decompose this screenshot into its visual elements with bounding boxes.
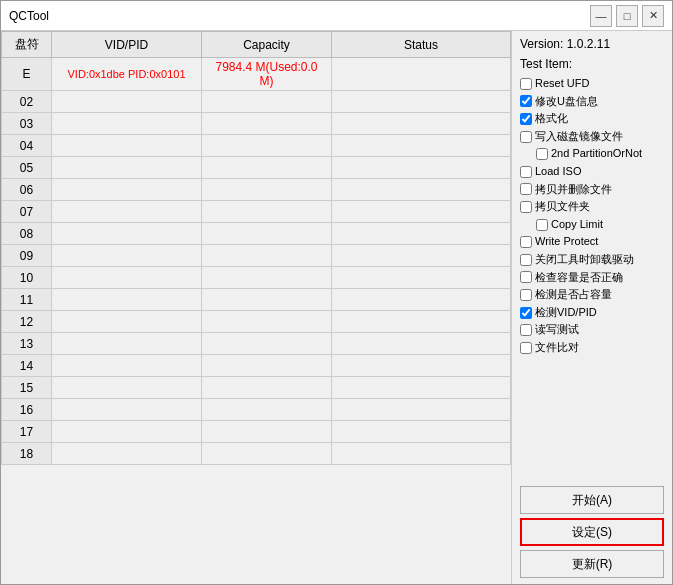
left-panel: 盘符 VID/PID Capacity Status EVID:0x1dbe P… <box>1 31 512 584</box>
cell-capacity <box>202 377 332 399</box>
checkbox-label: 关闭工具时卸载驱动 <box>535 251 634 269</box>
col-header-vidpid: VID/PID <box>52 32 202 58</box>
checkbox-label: 文件比对 <box>535 339 579 357</box>
table-row: 06 <box>2 179 511 201</box>
checkbox-item: 2nd PartitionOrNot <box>520 145 664 163</box>
table-row: EVID:0x1dbe PID:0x01017984.4 M(Used:0.0 … <box>2 58 511 91</box>
cell-symbol: 14 <box>2 355 52 377</box>
checkbox-input[interactable] <box>520 307 532 319</box>
cell-status <box>332 289 511 311</box>
checkbox-input[interactable] <box>520 166 532 178</box>
cell-vidpid <box>52 443 202 465</box>
table-row: 15 <box>2 377 511 399</box>
cell-vidpid <box>52 223 202 245</box>
cell-symbol: 09 <box>2 245 52 267</box>
cell-status <box>332 267 511 289</box>
settings-button[interactable]: 设定(S) <box>520 518 664 546</box>
checkbox-input[interactable] <box>520 78 532 90</box>
cell-status <box>332 223 511 245</box>
cell-status <box>332 58 511 91</box>
checkboxes-container: Reset UFD修改U盘信息格式化写入磁盘镜像文件2nd PartitionO… <box>520 75 664 357</box>
table-row: 02 <box>2 91 511 113</box>
checkbox-input[interactable] <box>520 289 532 301</box>
col-header-capacity: Capacity <box>202 32 332 58</box>
cell-vidpid <box>52 355 202 377</box>
checkbox-input[interactable] <box>520 271 532 283</box>
cell-symbol: 13 <box>2 333 52 355</box>
checkbox-label: 格式化 <box>535 110 568 128</box>
test-item-label: Test Item: <box>520 57 664 71</box>
checkbox-item: 关闭工具时卸载驱动 <box>520 251 664 269</box>
cell-symbol: 12 <box>2 311 52 333</box>
table-row: 10 <box>2 267 511 289</box>
cell-symbol: 04 <box>2 135 52 157</box>
table-row: 11 <box>2 289 511 311</box>
cell-symbol: 02 <box>2 91 52 113</box>
checkbox-item: 读写测试 <box>520 321 664 339</box>
checkbox-label: 2nd PartitionOrNot <box>551 145 642 163</box>
table-row: 16 <box>2 399 511 421</box>
table-row: 08 <box>2 223 511 245</box>
cell-capacity <box>202 223 332 245</box>
minimize-button[interactable]: — <box>590 5 612 27</box>
cell-vidpid <box>52 421 202 443</box>
update-button[interactable]: 更新(R) <box>520 550 664 578</box>
checkbox-input[interactable] <box>520 201 532 213</box>
col-header-status: Status <box>332 32 511 58</box>
checkbox-input[interactable] <box>520 324 532 336</box>
cell-status <box>332 179 511 201</box>
cell-capacity <box>202 113 332 135</box>
table-row: 12 <box>2 311 511 333</box>
cell-capacity <box>202 289 332 311</box>
checkbox-label: 修改U盘信息 <box>535 93 598 111</box>
cell-vidpid <box>52 135 202 157</box>
checkbox-item: 格式化 <box>520 110 664 128</box>
table-row: 18 <box>2 443 511 465</box>
cell-symbol: 10 <box>2 267 52 289</box>
cell-symbol: 03 <box>2 113 52 135</box>
cell-capacity <box>202 91 332 113</box>
cell-status <box>332 355 511 377</box>
cell-status <box>332 113 511 135</box>
table-row: 05 <box>2 157 511 179</box>
device-table-container[interactable]: 盘符 VID/PID Capacity Status EVID:0x1dbe P… <box>1 31 512 584</box>
checkbox-label: 检查容量是否正确 <box>535 269 623 287</box>
checkbox-item: Load ISO <box>520 163 664 181</box>
cell-status <box>332 443 511 465</box>
checkbox-label: 拷贝文件夹 <box>535 198 590 216</box>
checkbox-input[interactable] <box>520 95 532 107</box>
close-button[interactable]: ✕ <box>642 5 664 27</box>
cell-vidpid <box>52 91 202 113</box>
cell-vidpid <box>52 113 202 135</box>
col-header-symbol: 盘符 <box>2 32 52 58</box>
checkbox-label: Reset UFD <box>535 75 589 93</box>
buttons-area: 开始(A) 设定(S) 更新(R) <box>520 478 664 578</box>
start-button[interactable]: 开始(A) <box>520 486 664 514</box>
checkbox-item: 文件比对 <box>520 339 664 357</box>
checkbox-input[interactable] <box>520 113 532 125</box>
maximize-button[interactable]: □ <box>616 5 638 27</box>
checkbox-item: 写入磁盘镜像文件 <box>520 128 664 146</box>
checkbox-input[interactable] <box>520 131 532 143</box>
checkbox-input[interactable] <box>536 219 548 231</box>
checkbox-input[interactable] <box>520 342 532 354</box>
cell-symbol: 07 <box>2 201 52 223</box>
checkbox-input[interactable] <box>520 236 532 248</box>
checkbox-input[interactable] <box>520 254 532 266</box>
content-area: 盘符 VID/PID Capacity Status EVID:0x1dbe P… <box>1 31 672 584</box>
checkbox-label: 检测是否占容量 <box>535 286 612 304</box>
checkbox-input[interactable] <box>536 148 548 160</box>
cell-vidpid <box>52 311 202 333</box>
checkbox-label: Write Protect <box>535 233 598 251</box>
cell-vidpid <box>52 267 202 289</box>
cell-capacity <box>202 333 332 355</box>
cell-vidpid <box>52 333 202 355</box>
cell-vidpid <box>52 157 202 179</box>
cell-capacity <box>202 355 332 377</box>
cell-status <box>332 311 511 333</box>
checkbox-input[interactable] <box>520 183 532 195</box>
cell-capacity <box>202 421 332 443</box>
table-row: 17 <box>2 421 511 443</box>
cell-capacity <box>202 311 332 333</box>
cell-vidpid <box>52 377 202 399</box>
